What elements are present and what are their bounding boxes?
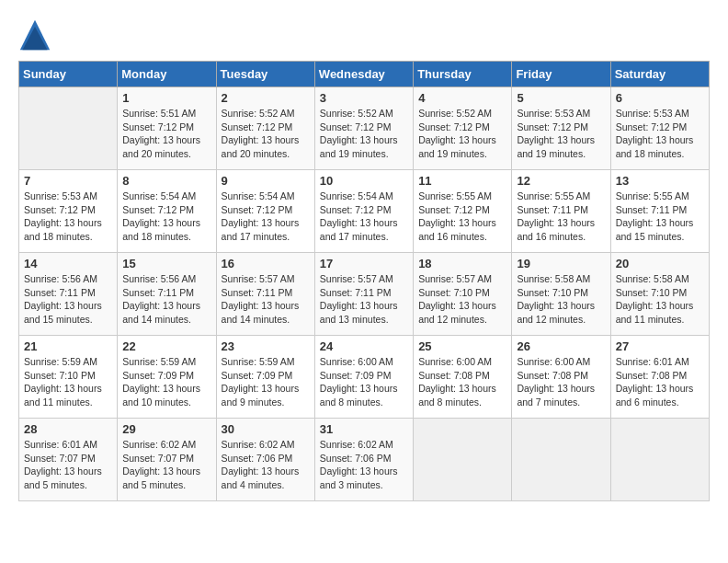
calendar-table: SundayMondayTuesdayWednesdayThursdayFrid… <box>18 61 710 501</box>
calendar-cell <box>19 87 118 170</box>
day-info: Sunrise: 5:59 AM Sunset: 7:09 PM Dayligh… <box>122 355 210 409</box>
day-number: 1 <box>122 91 210 105</box>
week-row-3: 14Sunrise: 5:56 AM Sunset: 7:11 PM Dayli… <box>19 253 710 336</box>
calendar-cell: 10Sunrise: 5:54 AM Sunset: 7:12 PM Dayli… <box>314 170 413 253</box>
day-number: 6 <box>616 91 704 105</box>
day-number: 14 <box>24 257 112 270</box>
calendar-cell: 22Sunrise: 5:59 AM Sunset: 7:09 PM Dayli… <box>118 336 216 419</box>
day-info: Sunrise: 5:53 AM Sunset: 7:12 PM Dayligh… <box>616 107 704 161</box>
day-number: 16 <box>222 257 310 270</box>
day-info: Sunrise: 5:54 AM Sunset: 7:12 PM Dayligh… <box>222 190 310 244</box>
day-number: 23 <box>222 339 310 353</box>
day-info: Sunrise: 6:02 AM Sunset: 7:07 PM Dayligh… <box>122 438 210 492</box>
logo <box>18 18 55 52</box>
day-of-week-sunday: Sunday <box>19 62 118 87</box>
calendar-cell: 16Sunrise: 5:57 AM Sunset: 7:11 PM Dayli… <box>216 253 314 336</box>
day-number: 5 <box>517 91 605 105</box>
day-info: Sunrise: 5:59 AM Sunset: 7:09 PM Dayligh… <box>222 355 310 409</box>
calendar-cell <box>610 419 709 501</box>
day-number: 20 <box>616 257 704 270</box>
day-info: Sunrise: 5:58 AM Sunset: 7:10 PM Dayligh… <box>517 272 605 327</box>
calendar-cell: 2Sunrise: 5:52 AM Sunset: 7:12 PM Daylig… <box>216 87 314 170</box>
calendar-cell: 12Sunrise: 5:55 AM Sunset: 7:11 PM Dayli… <box>512 170 610 253</box>
day-info: Sunrise: 5:55 AM Sunset: 7:12 PM Dayligh… <box>418 190 506 244</box>
day-info: Sunrise: 6:02 AM Sunset: 7:06 PM Dayligh… <box>320 438 408 492</box>
days-header-row: SundayMondayTuesdayWednesdayThursdayFrid… <box>19 62 710 87</box>
day-number: 24 <box>320 339 408 353</box>
day-number: 7 <box>24 174 112 188</box>
day-number: 28 <box>24 422 112 436</box>
day-number: 18 <box>418 257 506 270</box>
day-info: Sunrise: 5:56 AM Sunset: 7:11 PM Dayligh… <box>24 272 112 327</box>
day-number: 19 <box>517 257 605 270</box>
calendar-cell: 8Sunrise: 5:54 AM Sunset: 7:12 PM Daylig… <box>118 170 216 253</box>
logo-icon <box>18 18 51 52</box>
day-number: 21 <box>24 339 112 353</box>
day-info: Sunrise: 5:57 AM Sunset: 7:11 PM Dayligh… <box>320 272 408 327</box>
day-info: Sunrise: 5:52 AM Sunset: 7:12 PM Dayligh… <box>222 107 310 161</box>
day-info: Sunrise: 5:58 AM Sunset: 7:10 PM Dayligh… <box>616 272 704 327</box>
calendar-cell: 24Sunrise: 6:00 AM Sunset: 7:09 PM Dayli… <box>314 336 413 419</box>
day-info: Sunrise: 5:57 AM Sunset: 7:11 PM Dayligh… <box>222 272 310 327</box>
week-row-1: 1Sunrise: 5:51 AM Sunset: 7:12 PM Daylig… <box>19 87 710 170</box>
calendar-cell: 29Sunrise: 6:02 AM Sunset: 7:07 PM Dayli… <box>118 419 216 501</box>
day-number: 26 <box>517 339 605 353</box>
day-info: Sunrise: 5:52 AM Sunset: 7:12 PM Dayligh… <box>418 107 506 161</box>
calendar-cell: 14Sunrise: 5:56 AM Sunset: 7:11 PM Dayli… <box>19 253 118 336</box>
day-info: Sunrise: 6:01 AM Sunset: 7:07 PM Dayligh… <box>24 438 112 492</box>
day-number: 25 <box>418 339 506 353</box>
day-number: 11 <box>418 174 506 188</box>
day-info: Sunrise: 6:00 AM Sunset: 7:08 PM Dayligh… <box>418 355 506 409</box>
day-of-week-thursday: Thursday <box>414 62 512 87</box>
day-number: 2 <box>222 91 310 105</box>
day-info: Sunrise: 5:53 AM Sunset: 7:12 PM Dayligh… <box>517 107 605 161</box>
calendar-cell: 19Sunrise: 5:58 AM Sunset: 7:10 PM Dayli… <box>512 253 610 336</box>
day-info: Sunrise: 5:52 AM Sunset: 7:12 PM Dayligh… <box>320 107 408 161</box>
calendar-cell: 30Sunrise: 6:02 AM Sunset: 7:06 PM Dayli… <box>216 419 314 501</box>
calendar-cell: 23Sunrise: 5:59 AM Sunset: 7:09 PM Dayli… <box>216 336 314 419</box>
day-number: 29 <box>122 422 210 436</box>
day-info: Sunrise: 5:57 AM Sunset: 7:10 PM Dayligh… <box>418 272 506 327</box>
day-info: Sunrise: 5:59 AM Sunset: 7:10 PM Dayligh… <box>24 355 112 409</box>
day-number: 17 <box>320 257 408 270</box>
calendar-cell: 6Sunrise: 5:53 AM Sunset: 7:12 PM Daylig… <box>610 87 709 170</box>
day-info: Sunrise: 6:00 AM Sunset: 7:09 PM Dayligh… <box>320 355 408 409</box>
calendar-cell: 31Sunrise: 6:02 AM Sunset: 7:06 PM Dayli… <box>314 419 413 501</box>
calendar-cell: 17Sunrise: 5:57 AM Sunset: 7:11 PM Dayli… <box>314 253 413 336</box>
calendar-cell: 21Sunrise: 5:59 AM Sunset: 7:10 PM Dayli… <box>19 336 118 419</box>
calendar-body: 1Sunrise: 5:51 AM Sunset: 7:12 PM Daylig… <box>19 87 710 501</box>
calendar-cell: 15Sunrise: 5:56 AM Sunset: 7:11 PM Dayli… <box>118 253 216 336</box>
day-number: 3 <box>320 91 408 105</box>
day-info: Sunrise: 5:56 AM Sunset: 7:11 PM Dayligh… <box>122 272 210 327</box>
day-number: 8 <box>122 174 210 188</box>
calendar-cell: 3Sunrise: 5:52 AM Sunset: 7:12 PM Daylig… <box>314 87 413 170</box>
day-number: 4 <box>418 91 506 105</box>
calendar-cell: 27Sunrise: 6:01 AM Sunset: 7:08 PM Dayli… <box>610 336 709 419</box>
day-info: Sunrise: 6:02 AM Sunset: 7:06 PM Dayligh… <box>222 438 310 492</box>
day-number: 22 <box>122 339 210 353</box>
day-number: 30 <box>222 422 310 436</box>
day-number: 9 <box>222 174 310 188</box>
day-of-week-saturday: Saturday <box>610 62 709 87</box>
day-info: Sunrise: 5:55 AM Sunset: 7:11 PM Dayligh… <box>517 190 605 244</box>
week-row-2: 7Sunrise: 5:53 AM Sunset: 7:12 PM Daylig… <box>19 170 710 253</box>
calendar-cell: 11Sunrise: 5:55 AM Sunset: 7:12 PM Dayli… <box>414 170 512 253</box>
day-number: 15 <box>122 257 210 270</box>
calendar-cell: 1Sunrise: 5:51 AM Sunset: 7:12 PM Daylig… <box>118 87 216 170</box>
calendar-header: SundayMondayTuesdayWednesdayThursdayFrid… <box>19 62 710 87</box>
calendar-cell: 13Sunrise: 5:55 AM Sunset: 7:11 PM Dayli… <box>610 170 709 253</box>
calendar-cell: 5Sunrise: 5:53 AM Sunset: 7:12 PM Daylig… <box>512 87 610 170</box>
day-info: Sunrise: 5:55 AM Sunset: 7:11 PM Dayligh… <box>616 190 704 244</box>
day-of-week-monday: Monday <box>118 62 216 87</box>
calendar-cell: 7Sunrise: 5:53 AM Sunset: 7:12 PM Daylig… <box>19 170 118 253</box>
calendar-cell: 4Sunrise: 5:52 AM Sunset: 7:12 PM Daylig… <box>414 87 512 170</box>
calendar-cell: 28Sunrise: 6:01 AM Sunset: 7:07 PM Dayli… <box>19 419 118 501</box>
day-info: Sunrise: 6:01 AM Sunset: 7:08 PM Dayligh… <box>616 355 704 409</box>
calendar-cell: 26Sunrise: 6:00 AM Sunset: 7:08 PM Dayli… <box>512 336 610 419</box>
calendar-cell: 18Sunrise: 5:57 AM Sunset: 7:10 PM Dayli… <box>414 253 512 336</box>
day-number: 10 <box>320 174 408 188</box>
day-number: 27 <box>616 339 704 353</box>
day-info: Sunrise: 5:54 AM Sunset: 7:12 PM Dayligh… <box>122 190 210 244</box>
calendar-cell: 25Sunrise: 6:00 AM Sunset: 7:08 PM Dayli… <box>414 336 512 419</box>
week-row-5: 28Sunrise: 6:01 AM Sunset: 7:07 PM Dayli… <box>19 419 710 501</box>
